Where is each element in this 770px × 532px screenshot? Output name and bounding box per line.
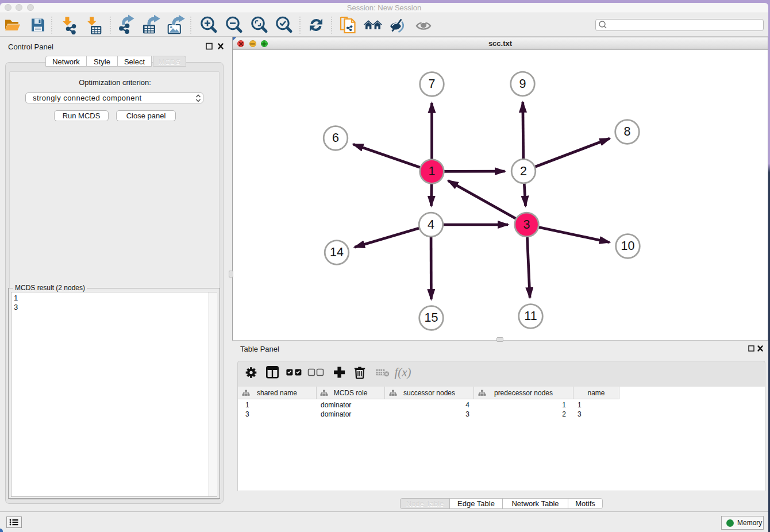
svg-text:7: 7 xyxy=(429,77,436,91)
svg-text:3: 3 xyxy=(523,218,530,232)
svg-text:15: 15 xyxy=(425,311,438,325)
svg-text:10: 10 xyxy=(621,239,635,253)
svg-text:11: 11 xyxy=(524,309,537,323)
svg-text:14: 14 xyxy=(330,245,344,259)
svg-text:1: 1 xyxy=(429,164,436,178)
svg-text:2: 2 xyxy=(520,164,527,178)
svg-text:4: 4 xyxy=(428,218,434,232)
svg-text:8: 8 xyxy=(624,125,631,138)
svg-text:f(x): f(x) xyxy=(394,365,411,379)
svg-text:6: 6 xyxy=(332,131,339,145)
svg-text:9: 9 xyxy=(519,77,526,91)
